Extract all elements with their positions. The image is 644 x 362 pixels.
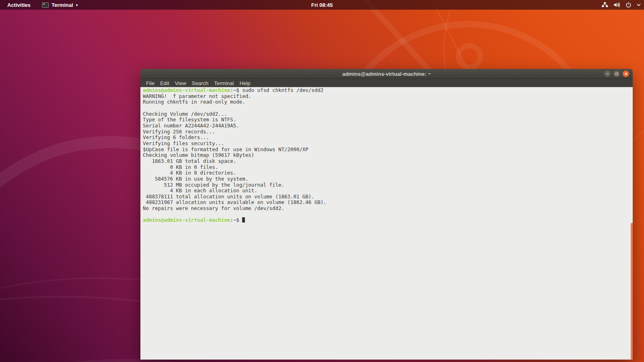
terminal-output-line: Verifying 256 records...: [143, 129, 629, 135]
terminal-text: admins@admins-virtual-machine:~$ sudo uf…: [143, 87, 629, 223]
menu-item-edit[interactable]: Edit: [157, 79, 172, 87]
scrollbar[interactable]: [631, 223, 633, 360]
terminal-output-line: Checking volume bitmap (59617 kBytes): [143, 152, 629, 158]
top-bar: Activities Terminal ▾ Fri 08:45: [0, 0, 644, 10]
volume-icon: [613, 2, 620, 8]
clock[interactable]: Fri 08:45: [0, 2, 644, 8]
menu-item-terminal[interactable]: Terminal: [211, 79, 237, 87]
terminal-output-line: Type of the filesystem is NTFS.: [143, 117, 629, 123]
terminal-output-line: 488231967 allocation units available on …: [143, 200, 629, 206]
terminal-output-line: WARNING! f parameter not specified.: [143, 94, 629, 100]
terminal-window: admins@admins-virtual-machine: ~ FileEdi…: [140, 69, 633, 360]
terminal-cursor: [242, 217, 245, 223]
menu-item-help[interactable]: Help: [237, 79, 253, 87]
window-titlebar[interactable]: admins@admins-virtual-machine: ~: [140, 69, 633, 79]
app-menu-label: Terminal: [52, 2, 73, 8]
terminal-prompt-line: admins@admins-virtual-machine:~$ sudo uf…: [143, 87, 629, 94]
terminal-output-line: 488378111 total allocation units on volu…: [143, 194, 629, 200]
menu-item-file[interactable]: File: [143, 79, 157, 87]
terminal-output-line: Checking Volume /dev/sdd2...: [143, 111, 629, 117]
window-title: admins@admins-virtual-machine: ~: [342, 71, 431, 77]
terminal-output-line: 0 KB in 0 files.: [143, 164, 629, 171]
network-icon: [602, 2, 608, 8]
terminal-output-line: Serial number A2244A42-244A19A5.: [143, 123, 629, 129]
terminal-output-line: Running chkntfs in read-only mode.: [143, 99, 629, 105]
terminal-output-line: Verifying 6 folders...: [143, 135, 629, 141]
terminal-output-line: 4 KB in each allocation unit.: [143, 188, 629, 194]
power-icon: [625, 2, 631, 8]
terminal-output-line: $UpCase file is formatted for use in Win…: [143, 147, 629, 153]
terminal-output-line: No repairs were necessary for volume /de…: [143, 206, 629, 212]
chevron-down-icon: [637, 3, 641, 6]
minimize-button[interactable]: [604, 71, 611, 77]
terminal-output-line: [143, 212, 629, 218]
system-tray[interactable]: [602, 0, 641, 10]
menu-item-search[interactable]: Search: [189, 79, 211, 87]
terminal-output-line: 1863.01 GB total disk space.: [143, 158, 629, 164]
terminal-output-line: 584576 KB in use by the system.: [143, 176, 629, 182]
terminal-prompt-line: admins@admins-virtual-machine:~$: [143, 217, 629, 223]
app-menu-terminal[interactable]: Terminal ▾: [38, 0, 82, 10]
menu-bar: FileEditViewSearchTerminalHelp: [140, 79, 633, 87]
activities-button[interactable]: Activities: [0, 0, 38, 10]
maximize-button[interactable]: [613, 71, 620, 77]
menu-item-view[interactable]: View: [172, 79, 189, 87]
close-button[interactable]: [623, 71, 629, 77]
terminal-content[interactable]: admins@admins-virtual-machine:~$ sudo uf…: [140, 87, 633, 360]
chevron-down-icon: ▾: [76, 3, 78, 7]
terminal-icon: [42, 2, 49, 8]
terminal-output-line: 4 KB in 8 directories.: [143, 170, 629, 176]
terminal-output-line: [143, 105, 629, 111]
terminal-output-line: Verifying files security...: [143, 141, 629, 147]
terminal-output-line: 512 MB occupied by the log/journal file.: [143, 182, 629, 188]
